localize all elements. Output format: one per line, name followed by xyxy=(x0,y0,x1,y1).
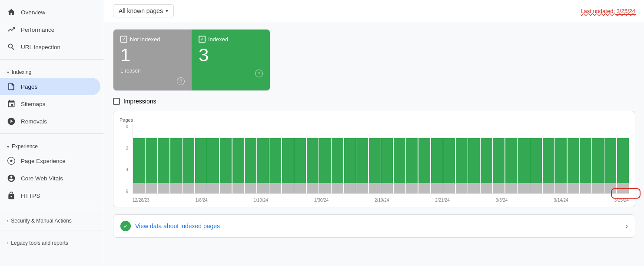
indexed-checkbox[interactable] xyxy=(199,36,206,43)
bar-group xyxy=(294,124,306,193)
experience-section-header[interactable]: ▾ Experience xyxy=(0,137,104,152)
dropdown-chevron-icon: ▾ xyxy=(166,8,168,14)
legacy-section-header[interactable]: › Legacy tools and reports xyxy=(0,234,104,249)
view-indexed-row[interactable]: ✓ View data about indexed pages › xyxy=(113,214,635,238)
home-icon xyxy=(7,8,16,17)
bar-green xyxy=(406,138,418,183)
bar-green xyxy=(493,138,505,183)
all-known-pages-dropdown[interactable]: All known pages ▾ xyxy=(113,4,174,17)
bar-green xyxy=(319,138,331,183)
bar-gray xyxy=(356,183,368,193)
not-indexed-card[interactable]: Not indexed 1 1 reason ? xyxy=(113,30,192,90)
bar-green xyxy=(369,138,381,183)
top-bar: All known pages ▾ Last updated: 3/25/24 xyxy=(104,0,644,22)
bar-gray xyxy=(307,183,319,193)
core-web-vitals-icon xyxy=(7,174,16,183)
x-axis-labels: 12/28/23 1/8/24 1/19/24 1/30/24 2/10/24 … xyxy=(133,198,629,203)
bar-green xyxy=(195,138,207,183)
dropdown-label: All known pages xyxy=(119,7,163,14)
bar-gray xyxy=(170,183,182,193)
bar-green xyxy=(580,138,591,183)
bar-green xyxy=(555,138,567,183)
bar-green xyxy=(604,138,616,183)
bar-gray xyxy=(332,183,343,193)
bar-gray xyxy=(381,183,393,193)
sidebar-item-page-experience[interactable]: Page Experience xyxy=(0,152,100,170)
bar-group xyxy=(356,124,368,193)
chevron-right-icon: › xyxy=(626,222,628,230)
sidebar-item-url-inspection[interactable]: URL inspection xyxy=(0,38,100,56)
bar-gray xyxy=(344,183,356,193)
index-cards: Not indexed 1 1 reason ? Indexed 3 ? xyxy=(113,29,270,91)
y-label-4: 4 xyxy=(120,167,130,172)
bar-group xyxy=(332,124,343,193)
bar-group xyxy=(381,124,393,193)
indexed-label: Indexed xyxy=(208,36,228,43)
bar-group xyxy=(170,124,182,193)
bar-gray xyxy=(369,183,381,193)
sidebar-removals-label: Removals xyxy=(21,118,47,125)
bar-group xyxy=(604,124,616,193)
bar-gray xyxy=(257,183,269,193)
bar-gray xyxy=(133,183,145,193)
legacy-section-label: Legacy tools and reports xyxy=(11,240,68,246)
bar-group xyxy=(245,124,256,193)
sidebar-item-removals[interactable]: Removals xyxy=(0,113,100,130)
bar-group xyxy=(207,124,219,193)
last-updated: Last updated: 3/25/24 xyxy=(581,8,635,14)
bar-group xyxy=(282,124,294,193)
main-content: All known pages ▾ Last updated: 3/25/24 … xyxy=(104,0,644,266)
not-indexed-label: Not indexed xyxy=(130,36,160,43)
bar-group xyxy=(307,124,319,193)
bar-green xyxy=(232,138,244,183)
bar-green xyxy=(443,138,455,183)
sidebar-item-sitemaps[interactable]: Sitemaps xyxy=(0,95,100,113)
bar-gray xyxy=(394,183,405,193)
bar-group xyxy=(146,124,157,193)
chevron-down-icon: ▾ xyxy=(7,70,9,75)
sidebar-item-pages[interactable]: Pages xyxy=(0,78,100,95)
sidebar-item-https[interactable]: HTTPS xyxy=(0,187,100,204)
sidebar-item-core-web-vitals[interactable]: Core Web Vitals xyxy=(0,170,100,187)
security-section-header[interactable]: › Security & Manual Actions xyxy=(0,212,104,226)
bar-group xyxy=(617,124,629,193)
not-indexed-checkbox[interactable] xyxy=(120,36,127,43)
trending-up-icon xyxy=(7,25,16,34)
sidebar-item-overview[interactable]: Overview xyxy=(0,3,100,21)
y-axis-labels: 6 4 2 0 xyxy=(120,124,130,194)
indexed-help-icon[interactable]: ? xyxy=(255,70,263,77)
bar-gray xyxy=(530,183,542,193)
bar-gray xyxy=(183,183,194,193)
bar-green xyxy=(505,138,517,183)
sidebar: Overview Performance URL inspection ▾ In… xyxy=(0,0,104,266)
impressions-checkbox[interactable] xyxy=(113,98,120,105)
indexed-header: Indexed xyxy=(199,36,263,43)
sidebar-performance-label: Performance xyxy=(21,27,54,33)
bar-group xyxy=(158,124,169,193)
chevron-down-icon-2: ▾ xyxy=(7,144,9,149)
sidebar-item-performance[interactable]: Performance xyxy=(0,21,100,38)
bar-group xyxy=(456,124,468,193)
indexed-card[interactable]: Indexed 3 ? xyxy=(192,30,270,90)
indexed-footer: ? xyxy=(199,70,263,77)
x-label-1: 1/8/24 xyxy=(196,198,208,203)
bar-gray xyxy=(543,183,554,193)
bar-gray xyxy=(568,183,579,193)
bar-green xyxy=(294,138,306,183)
bar-group xyxy=(568,124,579,193)
bar-gray xyxy=(207,183,219,193)
removals-icon xyxy=(7,117,16,126)
sitemaps-icon xyxy=(7,100,16,108)
bar-gray xyxy=(518,183,529,193)
sidebar-url-inspection-label: URL inspection xyxy=(21,44,60,50)
bar-group xyxy=(232,124,244,193)
bar-green xyxy=(170,138,182,183)
sidebar-page-experience-label: Page Experience xyxy=(21,158,66,164)
divider-4 xyxy=(0,230,104,230)
indexing-section-header[interactable]: ▾ Indexing xyxy=(0,63,104,78)
x-label-4: 2/10/24 xyxy=(375,198,389,203)
bar-gray xyxy=(592,183,604,193)
x-label-3: 1/30/24 xyxy=(314,198,329,203)
bar-gray xyxy=(294,183,306,193)
not-indexed-help-icon[interactable]: ? xyxy=(177,77,185,85)
